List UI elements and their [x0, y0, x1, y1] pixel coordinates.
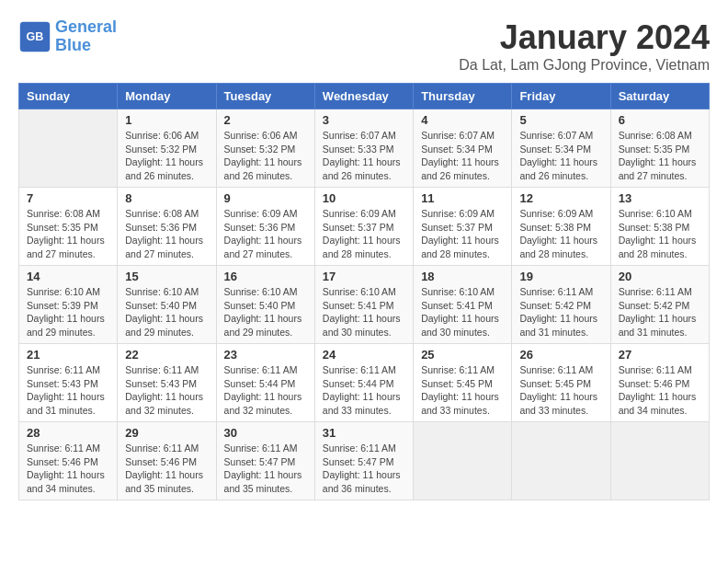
- day-number: 11: [421, 191, 504, 205]
- logo: GB General Blue: [18, 18, 117, 55]
- day-info: Sunrise: 6:11 AM Sunset: 5:45 PM Dayligh…: [519, 363, 602, 418]
- day-number: 15: [125, 270, 208, 283]
- day-info: Sunrise: 6:07 AM Sunset: 5:33 PM Dayligh…: [323, 129, 405, 183]
- day-info: Sunrise: 6:08 AM Sunset: 5:36 PM Dayligh…: [125, 207, 208, 261]
- weekday-header-thursday: Thursday: [414, 84, 512, 109]
- day-number: 7: [27, 191, 109, 205]
- day-info: Sunrise: 6:10 AM Sunset: 5:40 PM Dayligh…: [224, 285, 307, 339]
- logo-line1: General: [55, 17, 117, 36]
- calendar-cell: 11Sunrise: 6:09 AM Sunset: 5:37 PM Dayli…: [414, 188, 512, 266]
- day-info: Sunrise: 6:06 AM Sunset: 5:32 PM Dayligh…: [224, 129, 307, 183]
- day-info: Sunrise: 6:08 AM Sunset: 5:35 PM Dayligh…: [619, 129, 701, 183]
- day-number: 21: [27, 348, 109, 362]
- calendar-cell: 12Sunrise: 6:09 AM Sunset: 5:38 PM Dayli…: [512, 188, 610, 266]
- weekday-header-sunday: Sunday: [19, 84, 118, 109]
- weekday-header-saturday: Saturday: [610, 84, 709, 109]
- day-number: 24: [323, 348, 405, 362]
- calendar-cell: 22Sunrise: 6:11 AM Sunset: 5:43 PM Dayli…: [118, 344, 216, 422]
- calendar-table: SundayMondayTuesdayWednesdayThursdayFrid…: [18, 83, 710, 500]
- calendar-cell: 23Sunrise: 6:11 AM Sunset: 5:44 PM Dayli…: [216, 344, 314, 422]
- calendar-cell: 20Sunrise: 6:11 AM Sunset: 5:42 PM Dayli…: [610, 266, 709, 344]
- calendar-cell: 3Sunrise: 6:07 AM Sunset: 5:33 PM Daylig…: [314, 109, 413, 188]
- day-info: Sunrise: 6:10 AM Sunset: 5:39 PM Dayligh…: [27, 285, 109, 339]
- day-info: Sunrise: 6:11 AM Sunset: 5:46 PM Dayligh…: [619, 363, 701, 418]
- calendar-cell: 6Sunrise: 6:08 AM Sunset: 5:35 PM Daylig…: [610, 109, 709, 188]
- calendar-title: January 2024: [459, 18, 710, 57]
- title-block: January 2024 Da Lat, Lam GJong Province,…: [459, 18, 710, 74]
- weekday-header-wednesday: Wednesday: [314, 84, 413, 109]
- calendar-cell: 10Sunrise: 6:09 AM Sunset: 5:37 PM Dayli…: [314, 188, 413, 266]
- day-number: 18: [421, 270, 504, 283]
- week-row-4: 21Sunrise: 6:11 AM Sunset: 5:43 PM Dayli…: [19, 344, 710, 422]
- calendar-cell: [610, 422, 709, 500]
- weekday-header-monday: Monday: [118, 84, 216, 109]
- day-info: Sunrise: 6:11 AM Sunset: 5:44 PM Dayligh…: [224, 363, 307, 418]
- day-number: 14: [27, 270, 109, 283]
- day-info: Sunrise: 6:10 AM Sunset: 5:41 PM Dayligh…: [323, 285, 405, 339]
- day-info: Sunrise: 6:11 AM Sunset: 5:47 PM Dayligh…: [224, 442, 307, 496]
- week-row-1: 1Sunrise: 6:06 AM Sunset: 5:32 PM Daylig…: [19, 109, 710, 188]
- day-number: 27: [619, 348, 701, 362]
- day-info: Sunrise: 6:10 AM Sunset: 5:41 PM Dayligh…: [421, 285, 504, 339]
- day-info: Sunrise: 6:09 AM Sunset: 5:37 PM Dayligh…: [323, 207, 405, 261]
- calendar-cell: 27Sunrise: 6:11 AM Sunset: 5:46 PM Dayli…: [610, 344, 709, 422]
- svg-text:GB: GB: [27, 29, 44, 42]
- calendar-cell: 25Sunrise: 6:11 AM Sunset: 5:45 PM Dayli…: [414, 344, 512, 422]
- day-number: 23: [224, 348, 307, 362]
- day-number: 17: [323, 270, 405, 283]
- calendar-cell: 24Sunrise: 6:11 AM Sunset: 5:44 PM Dayli…: [314, 344, 413, 422]
- week-row-2: 7Sunrise: 6:08 AM Sunset: 5:35 PM Daylig…: [19, 188, 710, 266]
- day-number: 8: [125, 191, 208, 205]
- calendar-cell: 8Sunrise: 6:08 AM Sunset: 5:36 PM Daylig…: [118, 188, 216, 266]
- calendar-cell: 1Sunrise: 6:06 AM Sunset: 5:32 PM Daylig…: [118, 109, 216, 188]
- week-row-5: 28Sunrise: 6:11 AM Sunset: 5:46 PM Dayli…: [19, 422, 710, 500]
- day-info: Sunrise: 6:09 AM Sunset: 5:36 PM Dayligh…: [224, 207, 307, 261]
- weekday-header-tuesday: Tuesday: [216, 84, 314, 109]
- logo-line2: Blue: [55, 37, 117, 55]
- weekday-header-row: SundayMondayTuesdayWednesdayThursdayFrid…: [19, 84, 710, 109]
- day-number: 9: [224, 191, 307, 205]
- page-header: GB General Blue January 2024 Da Lat, Lam…: [18, 18, 710, 74]
- calendar-cell: 30Sunrise: 6:11 AM Sunset: 5:47 PM Dayli…: [216, 422, 314, 500]
- day-number: 2: [224, 113, 307, 127]
- day-info: Sunrise: 6:10 AM Sunset: 5:38 PM Dayligh…: [619, 207, 701, 261]
- logo-icon: GB: [18, 20, 51, 53]
- calendar-cell: 5Sunrise: 6:07 AM Sunset: 5:34 PM Daylig…: [512, 109, 610, 188]
- calendar-cell: 15Sunrise: 6:10 AM Sunset: 5:40 PM Dayli…: [118, 266, 216, 344]
- calendar-cell: 17Sunrise: 6:10 AM Sunset: 5:41 PM Dayli…: [314, 266, 413, 344]
- weekday-header-friday: Friday: [512, 84, 610, 109]
- day-info: Sunrise: 6:11 AM Sunset: 5:47 PM Dayligh…: [323, 442, 405, 496]
- day-number: 5: [519, 113, 602, 127]
- calendar-cell: 4Sunrise: 6:07 AM Sunset: 5:34 PM Daylig…: [414, 109, 512, 188]
- day-number: 3: [323, 113, 405, 127]
- day-number: 10: [323, 191, 405, 205]
- calendar-cell: 13Sunrise: 6:10 AM Sunset: 5:38 PM Dayli…: [610, 188, 709, 266]
- day-info: Sunrise: 6:09 AM Sunset: 5:37 PM Dayligh…: [421, 207, 504, 261]
- day-number: 1: [125, 113, 208, 127]
- calendar-cell: 16Sunrise: 6:10 AM Sunset: 5:40 PM Dayli…: [216, 266, 314, 344]
- day-number: 12: [519, 191, 602, 205]
- day-number: 6: [619, 113, 701, 127]
- day-number: 22: [125, 348, 208, 362]
- calendar-subtitle: Da Lat, Lam GJong Province, Vietnam: [459, 57, 710, 74]
- day-number: 25: [421, 348, 504, 362]
- day-number: 29: [125, 426, 208, 440]
- day-info: Sunrise: 6:10 AM Sunset: 5:40 PM Dayligh…: [125, 285, 208, 339]
- day-number: 31: [323, 426, 405, 440]
- calendar-cell: 18Sunrise: 6:10 AM Sunset: 5:41 PM Dayli…: [414, 266, 512, 344]
- calendar-cell: 2Sunrise: 6:06 AM Sunset: 5:32 PM Daylig…: [216, 109, 314, 188]
- day-number: 30: [224, 426, 307, 440]
- day-info: Sunrise: 6:07 AM Sunset: 5:34 PM Dayligh…: [519, 129, 602, 183]
- day-info: Sunrise: 6:08 AM Sunset: 5:35 PM Dayligh…: [27, 207, 109, 261]
- day-info: Sunrise: 6:11 AM Sunset: 5:44 PM Dayligh…: [323, 363, 405, 418]
- day-number: 4: [421, 113, 504, 127]
- day-info: Sunrise: 6:11 AM Sunset: 5:45 PM Dayligh…: [421, 363, 504, 418]
- day-info: Sunrise: 6:06 AM Sunset: 5:32 PM Dayligh…: [125, 129, 208, 183]
- week-row-3: 14Sunrise: 6:10 AM Sunset: 5:39 PM Dayli…: [19, 266, 710, 344]
- day-number: 20: [619, 270, 701, 283]
- day-number: 28: [27, 426, 109, 440]
- day-number: 19: [519, 270, 602, 283]
- day-info: Sunrise: 6:11 AM Sunset: 5:46 PM Dayligh…: [125, 442, 208, 496]
- calendar-cell: 21Sunrise: 6:11 AM Sunset: 5:43 PM Dayli…: [19, 344, 118, 422]
- logo-text: General Blue: [55, 18, 117, 55]
